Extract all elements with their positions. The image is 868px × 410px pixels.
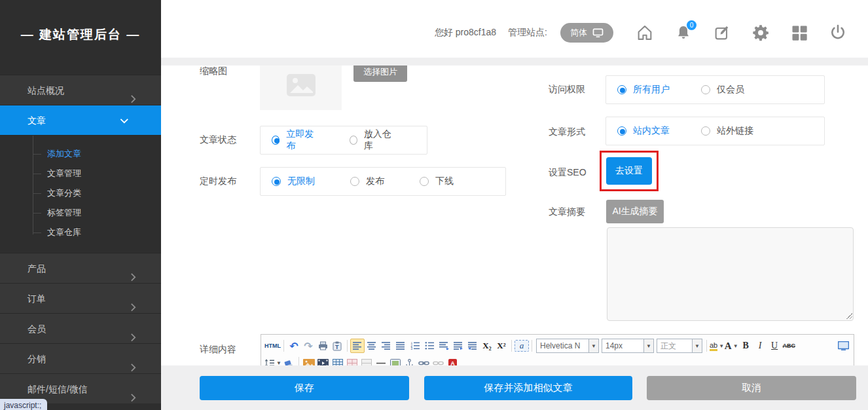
subscript-icon[interactable]: X₂	[480, 339, 494, 353]
paste-as-text-icon[interactable]: T	[330, 339, 344, 353]
cancel-button[interactable]: 取消	[647, 376, 856, 400]
radio-icon	[701, 126, 710, 136]
submenu-item-tag-manage[interactable]: 标签管理	[0, 203, 161, 223]
highlight-color-icon[interactable]: ab▼	[710, 339, 724, 353]
home-icon[interactable]	[636, 24, 654, 42]
save-and-add-similar-button[interactable]: 保存并添加相似文章	[424, 376, 632, 400]
summary-textarea[interactable]	[607, 227, 854, 321]
radio-all-users[interactable]: 所有用户	[617, 84, 670, 96]
content-label: 详细内容	[200, 344, 236, 356]
insert-video-icon[interactable]	[316, 356, 331, 365]
monitor-icon	[592, 28, 604, 37]
undo-icon[interactable]: ↶	[287, 339, 301, 353]
anchor-link-icon[interactable]: a	[515, 340, 529, 352]
sidebar-item-member[interactable]: 会员	[0, 313, 161, 343]
insert-table-icon[interactable]	[331, 356, 345, 365]
image-map-icon[interactable]	[388, 356, 403, 365]
textarea-resize-handle[interactable]	[846, 313, 852, 319]
sidebar-item-label: 站点概况	[27, 85, 64, 96]
underline-icon[interactable]: U	[767, 339, 782, 353]
sidebar-item-site-overview[interactable]: 站点概况	[0, 75, 161, 105]
ai-generate-summary-button[interactable]: AI生成摘要	[606, 200, 664, 223]
summary-label: 文章摘要	[549, 206, 585, 218]
paragraph-format-select[interactable]: 正文▼	[657, 339, 702, 353]
edit-icon[interactable]	[713, 24, 731, 42]
save-button[interactable]: 保存	[200, 376, 409, 400]
bold-icon[interactable]: B	[738, 339, 753, 353]
sidebar-item-order[interactable]: 订单	[0, 283, 161, 313]
print-icon[interactable]	[316, 339, 330, 353]
align-center-icon[interactable]	[365, 339, 379, 353]
attach-file-icon[interactable]: A	[446, 356, 460, 365]
submenu-item-add-article[interactable]: 添加文章	[0, 144, 161, 164]
outdent-paragraph-icon[interactable]	[437, 339, 451, 353]
horizontal-rule-icon[interactable]	[374, 356, 388, 365]
align-left-icon[interactable]	[350, 339, 365, 353]
submenu-item-article-warehouse[interactable]: 文章仓库	[0, 223, 161, 242]
merge-cells-icon[interactable]	[345, 356, 359, 365]
line-height-icon[interactable]: ▼	[264, 356, 281, 365]
strikethrough-icon[interactable]: ABC	[782, 339, 796, 353]
sidebar: — 建站管理后台 — 站点概况 文章 添加文章 文章管理 文章分类 标签管理 文…	[0, 0, 161, 410]
radio-icon	[350, 136, 357, 145]
sidebar-item-distribution[interactable]: 分销	[0, 343, 161, 373]
radio-no-limit[interactable]: 无限制	[272, 176, 315, 187]
greeting-text: 您好 pro8cf1a8	[435, 27, 496, 39]
anchor-icon[interactable]	[403, 356, 417, 365]
sidebar-item-product[interactable]: 产品	[0, 253, 161, 283]
indent-icon[interactable]	[451, 339, 465, 353]
logout-power-icon[interactable]	[829, 24, 847, 42]
image-placeholder-icon	[286, 73, 316, 97]
language-switch-button[interactable]: 简体	[560, 23, 613, 43]
radio-icon	[350, 177, 359, 186]
notification-bell-icon[interactable]: 0	[674, 24, 693, 42]
seo-setup-button[interactable]: 去设置	[606, 157, 652, 185]
sidebar-item-label: 产品	[27, 263, 46, 274]
html-source-button[interactable]: HTML	[264, 339, 281, 353]
radio-offline[interactable]: 下线	[420, 176, 454, 187]
schedule-group: 无限制 发布 下线	[260, 167, 506, 196]
radio-members-only[interactable]: 仅会员	[701, 84, 744, 96]
radio-external-link[interactable]: 站外链接	[701, 125, 753, 137]
top-header: 您好 pro8cf1a8 管理站点: 简体 0	[161, 0, 868, 58]
bullet-list-icon[interactable]	[422, 339, 437, 353]
editor-toolbar-row1: HTML ↶ ↷ T 123 X₂ X² a Helvetica N▼ 14px…	[264, 337, 850, 354]
radio-publish[interactable]: 发布	[350, 176, 384, 187]
chevron-right-icon	[130, 263, 136, 273]
superscript-icon[interactable]: X²	[494, 339, 509, 353]
radio-internal-article[interactable]: 站内文章	[617, 125, 670, 137]
chevron-right-icon	[130, 293, 136, 303]
chevron-down-icon	[128, 118, 138, 124]
dropdown-arrow-icon: ▼	[588, 339, 598, 352]
remove-link-icon[interactable]	[431, 356, 446, 365]
ordered-list-icon[interactable]: 123	[408, 339, 422, 353]
chevron-right-icon	[130, 85, 136, 95]
sidebar-item-article[interactable]: 文章	[0, 105, 161, 135]
choose-image-button[interactable]: 选择图片	[353, 65, 407, 82]
font-size-select[interactable]: 14px▼	[602, 339, 654, 353]
access-label: 访问权限	[549, 84, 585, 96]
chevron-right-icon	[130, 354, 136, 363]
split-cell-icon[interactable]	[359, 356, 374, 365]
italic-icon[interactable]: I	[753, 339, 767, 353]
fullscreen-icon[interactable]	[836, 339, 850, 353]
redo-icon[interactable]: ↷	[301, 339, 316, 353]
insert-link-icon[interactable]	[417, 356, 431, 365]
radio-publish-now[interactable]: 立即发布	[272, 128, 318, 152]
thumbnail-preview[interactable]	[260, 65, 342, 110]
submenu-item-article-manage[interactable]: 文章管理	[0, 164, 161, 183]
chevron-right-icon	[130, 324, 136, 333]
font-family-select[interactable]: Helvetica N▼	[536, 339, 599, 353]
font-color-icon[interactable]: A▼	[724, 339, 738, 353]
settings-gear-icon[interactable]	[751, 24, 770, 42]
submenu-item-article-category[interactable]: 文章分类	[0, 183, 161, 203]
dropdown-arrow-icon: ▼	[692, 339, 702, 352]
apps-grid-icon[interactable]	[790, 24, 808, 42]
align-right-icon[interactable]	[379, 339, 393, 353]
outdent-icon[interactable]	[465, 339, 480, 353]
justify-icon[interactable]	[393, 339, 408, 353]
app-title: — 建站管理后台 —	[0, 26, 161, 43]
eraser-icon[interactable]	[281, 356, 296, 365]
radio-to-warehouse[interactable]: 放入仓库	[350, 128, 396, 152]
insert-image-icon[interactable]	[302, 356, 316, 365]
